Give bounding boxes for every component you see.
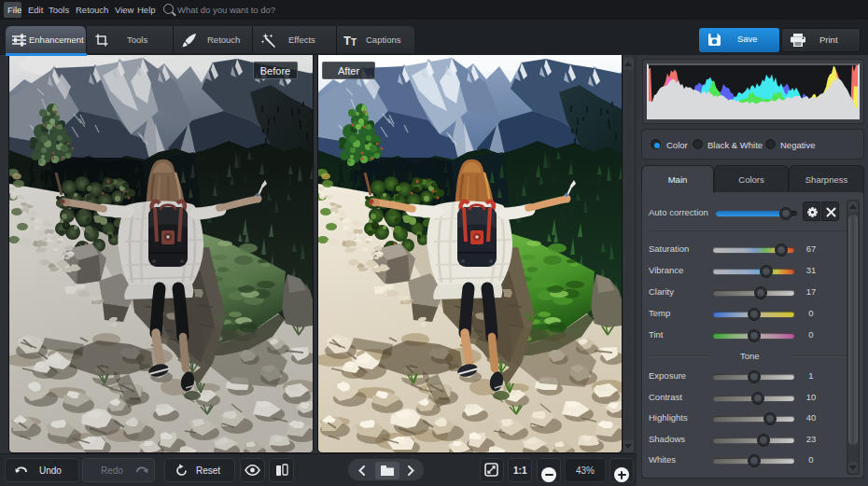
svg-text:T: T [351,37,357,47]
svg-text:T: T [343,35,351,47]
